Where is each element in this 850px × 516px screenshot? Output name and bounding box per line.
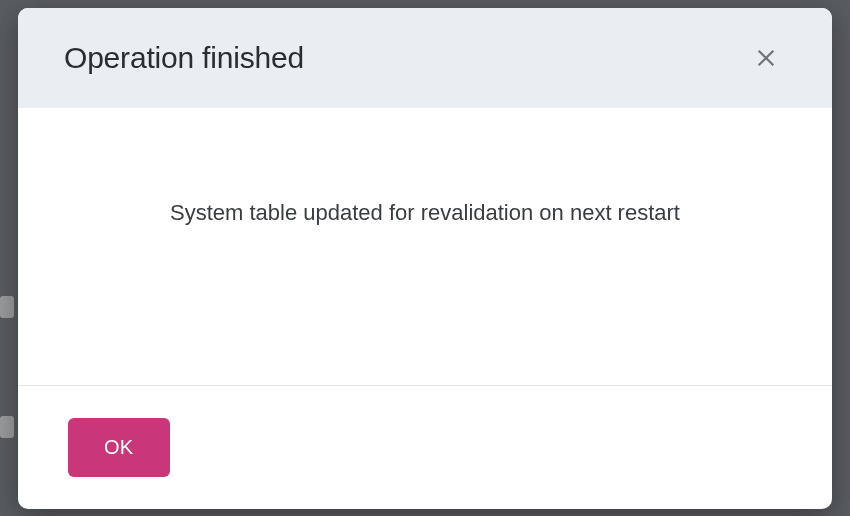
modal-body: System table updated for revalidation on…	[18, 108, 832, 385]
modal-message: System table updated for revalidation on…	[170, 200, 680, 226]
background-stub	[0, 296, 14, 318]
close-button[interactable]	[746, 38, 786, 78]
background-stub	[0, 416, 14, 438]
ok-button[interactable]: OK	[68, 418, 170, 477]
modal-footer: OK	[18, 385, 832, 509]
modal-dialog: Operation finished System table updated …	[18, 8, 832, 509]
close-icon	[755, 47, 777, 69]
modal-title: Operation finished	[64, 41, 304, 75]
modal-header: Operation finished	[18, 8, 832, 108]
